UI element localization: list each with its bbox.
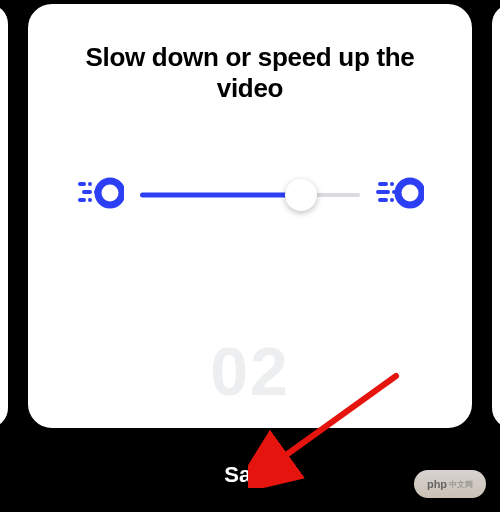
svg-rect-9 [376, 190, 390, 194]
prev-onboarding-card[interactable] [0, 0, 12, 432]
speed-slider-fill [140, 193, 301, 198]
svg-rect-3 [88, 182, 92, 186]
speed-slider-row [28, 176, 472, 214]
onboarding-title: Slow down or speed up the video [28, 42, 472, 104]
fast-speed-icon [376, 176, 424, 214]
svg-rect-5 [88, 198, 92, 202]
svg-point-7 [398, 181, 422, 205]
svg-rect-8 [378, 182, 388, 186]
svg-rect-1 [82, 190, 92, 194]
speed-slider-thumb[interactable] [285, 179, 317, 211]
svg-rect-12 [392, 190, 396, 194]
slow-speed-icon [76, 176, 124, 214]
svg-point-6 [98, 181, 122, 205]
watermark-brand: php [427, 478, 447, 490]
watermark-badge: php 中文网 [414, 470, 486, 498]
svg-rect-11 [390, 182, 394, 186]
onboarding-card: Slow down or speed up the video [24, 0, 476, 432]
svg-rect-13 [390, 198, 394, 202]
svg-rect-10 [378, 198, 388, 202]
svg-rect-0 [78, 182, 86, 186]
next-onboarding-card[interactable] [488, 0, 500, 432]
step-number: 02 [210, 332, 290, 410]
watermark-suffix: 中文网 [449, 479, 473, 490]
speed-slider[interactable] [140, 183, 360, 207]
svg-rect-2 [78, 198, 86, 202]
